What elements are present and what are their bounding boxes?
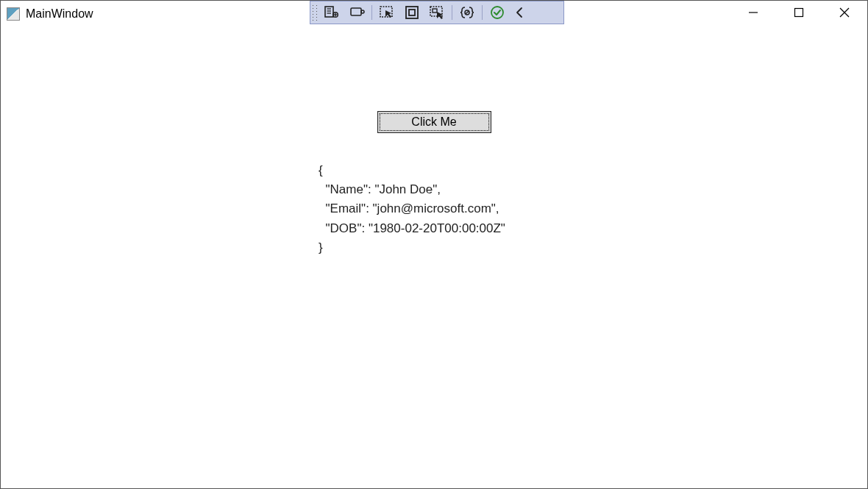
check-button[interactable] [485, 3, 510, 22]
svg-rect-11 [409, 10, 415, 15]
window-controls [730, 1, 867, 24]
svg-line-15 [466, 11, 469, 14]
debug-toolbar [310, 1, 564, 24]
live-visual-tree-button[interactable] [319, 3, 344, 22]
inner-stack: Click Me { "Name": "John Doe", "Email": … [363, 111, 505, 258]
display-layout-button[interactable] [399, 3, 424, 22]
maximize-button[interactable] [776, 1, 822, 24]
main-window: MainWindow [0, 0, 868, 489]
json-output-text: { "Name": "John Doe", "Email": "john@mic… [319, 161, 505, 258]
content-area: Click Me { "Name": "John Doe", "Email": … [1, 27, 867, 488]
select-element-button[interactable] [374, 3, 399, 22]
titlebar: MainWindow [1, 1, 867, 27]
svg-point-8 [361, 10, 364, 13]
click-me-button[interactable]: Click Me [377, 111, 491, 133]
toolbar-separator [452, 5, 452, 20]
xaml-binding-button[interactable] [455, 3, 480, 22]
svg-rect-7 [351, 8, 361, 15]
toolbar-separator [482, 5, 483, 20]
svg-rect-0 [325, 7, 333, 17]
close-button[interactable] [822, 1, 867, 24]
collapse-button[interactable] [510, 3, 530, 22]
window-title: MainWindow [26, 7, 93, 21]
minimize-button[interactable] [730, 1, 776, 24]
toolbar-separator [371, 5, 372, 20]
track-focus-button[interactable] [424, 3, 449, 22]
hot-reload-button[interactable] [344, 3, 369, 22]
app-icon [7, 7, 20, 21]
svg-rect-10 [406, 7, 418, 18]
toolbar-grip-icon[interactable] [312, 4, 318, 21]
svg-rect-18 [795, 9, 803, 17]
svg-point-16 [491, 7, 503, 18]
svg-rect-13 [433, 9, 437, 13]
